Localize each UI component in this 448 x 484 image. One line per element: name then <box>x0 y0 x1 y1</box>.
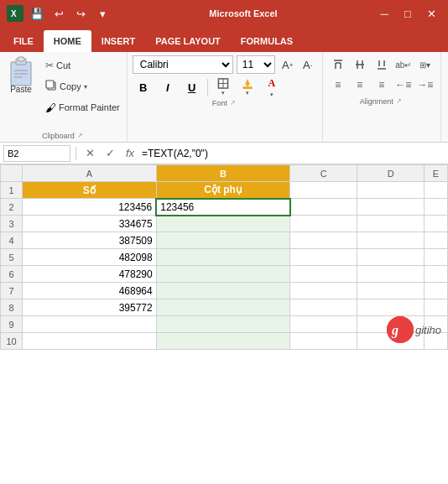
cell-A8[interactable]: 395772 <box>23 299 157 316</box>
redo-qat-button[interactable]: ↪ <box>70 4 91 23</box>
cell-D8[interactable] <box>357 299 425 316</box>
row-header-7[interactable]: 7 <box>1 283 23 299</box>
cell-B1[interactable]: Cột phụ <box>156 182 290 199</box>
row-header-4[interactable]: 4 <box>1 232 23 249</box>
tab-formulas[interactable]: FORMULAS <box>231 30 303 52</box>
alignment-launcher[interactable]: ↗ <box>395 97 404 106</box>
font-size-select[interactable]: 11 <box>237 55 275 74</box>
cell-A4[interactable]: 387509 <box>23 232 157 249</box>
cell-B4[interactable] <box>156 232 290 249</box>
save-qat-button[interactable]: 💾 <box>27 4 47 23</box>
cell-B9[interactable] <box>156 316 290 333</box>
underline-button[interactable]: U <box>181 77 203 97</box>
col-header-d[interactable]: D <box>357 165 425 182</box>
cell-E2[interactable] <box>425 199 448 216</box>
copy-button[interactable]: Copy ▾ <box>42 76 123 96</box>
tab-file[interactable]: FILE <box>3 30 44 52</box>
cell-A10[interactable] <box>23 333 157 350</box>
decrease-indent-button[interactable]: ←≡ <box>393 75 414 94</box>
cell-B10[interactable] <box>156 333 290 350</box>
tab-page-layout[interactable]: PAGE LAYOUT <box>145 30 231 52</box>
row-header-5[interactable]: 5 <box>1 249 23 266</box>
font-name-select[interactable]: Calibri <box>133 55 233 74</box>
cell-D1[interactable] <box>357 182 425 199</box>
cell-A5[interactable]: 482098 <box>23 249 157 266</box>
confirm-formula-button[interactable]: ✓ <box>102 145 118 162</box>
cell-B2[interactable]: 123456 <box>156 199 290 216</box>
cell-B6[interactable] <box>156 266 290 283</box>
tab-insert[interactable]: INSERT <box>91 30 145 52</box>
cell-D4[interactable] <box>357 232 425 249</box>
formula-input[interactable] <box>142 145 445 162</box>
align-middle-button[interactable] <box>350 55 370 74</box>
align-top-button[interactable] <box>328 55 348 74</box>
cell-D6[interactable] <box>357 266 425 283</box>
italic-button[interactable]: I <box>157 77 179 97</box>
tab-home[interactable]: HOME <box>44 30 91 52</box>
qat-dropdown-button[interactable]: ▾ <box>92 4 112 23</box>
col-header-b[interactable]: B <box>156 165 290 182</box>
col-header-e[interactable]: E <box>425 165 448 182</box>
align-left-button[interactable]: ≡ <box>328 75 348 94</box>
cell-B7[interactable] <box>156 283 290 299</box>
close-button[interactable]: ✕ <box>421 4 441 23</box>
bold-button[interactable]: B <box>133 77 154 97</box>
cell-D7[interactable] <box>357 283 425 299</box>
cell-A6[interactable]: 478290 <box>23 266 157 283</box>
cell-B3[interactable] <box>156 216 290 232</box>
wrap-text-button[interactable]: ab↵ <box>393 55 414 74</box>
paste-button[interactable]: Paste <box>3 55 39 130</box>
cell-D5[interactable] <box>357 249 425 266</box>
borders-button[interactable]: ▾ <box>212 77 234 97</box>
cell-C1[interactable] <box>290 182 357 199</box>
format-painter-button[interactable]: 🖌 Format Painter <box>42 97 123 117</box>
cell-A1[interactable]: Số <box>23 182 157 199</box>
font-launcher[interactable]: ↗ <box>229 99 237 107</box>
cell-C7[interactable] <box>290 283 357 299</box>
row-header-10[interactable]: 10 <box>1 333 23 350</box>
cell-A3[interactable]: 334675 <box>23 216 157 232</box>
cell-B8[interactable] <box>156 299 290 316</box>
insert-function-button[interactable]: fx <box>122 145 138 162</box>
cell-C4[interactable] <box>290 232 357 249</box>
cell-C6[interactable] <box>290 266 357 283</box>
minimize-button[interactable]: ─ <box>374 4 394 23</box>
cell-E4[interactable] <box>425 232 448 249</box>
cell-E5[interactable] <box>425 249 448 266</box>
cell-E3[interactable] <box>425 216 448 232</box>
cell-E7[interactable] <box>425 283 448 299</box>
name-box[interactable] <box>3 145 70 162</box>
clipboard-launcher[interactable]: ↗ <box>76 132 85 140</box>
cell-A7[interactable]: 468964 <box>23 283 157 299</box>
cell-B5[interactable] <box>156 249 290 266</box>
cell-A2[interactable]: 123456 <box>23 199 157 216</box>
font-size-increase-button[interactable]: A+ <box>279 55 297 74</box>
align-center-button[interactable]: ≡ <box>350 75 370 94</box>
cell-C5[interactable] <box>290 249 357 266</box>
increase-indent-button[interactable]: →≡ <box>415 75 435 94</box>
undo-qat-button[interactable]: ↩ <box>49 4 69 23</box>
cell-C9[interactable] <box>290 316 357 333</box>
row-header-3[interactable]: 3 <box>1 216 23 232</box>
row-header-9[interactable]: 9 <box>1 316 23 333</box>
cell-D3[interactable] <box>357 216 425 232</box>
font-size-decrease-button[interactable]: A- <box>299 55 317 74</box>
cell-E1[interactable] <box>425 182 448 199</box>
row-header-8[interactable]: 8 <box>1 299 23 316</box>
row-header-1[interactable]: 1 <box>1 182 23 199</box>
col-header-c[interactable]: C <box>290 165 357 182</box>
cell-C2[interactable] <box>290 199 357 216</box>
merge-center-button[interactable]: ⊞▾ <box>415 55 435 74</box>
cell-E8[interactable] <box>425 299 448 316</box>
cell-A9[interactable] <box>23 316 157 333</box>
align-right-button[interactable]: ≡ <box>372 75 392 94</box>
cancel-formula-button[interactable]: ✕ <box>81 145 98 162</box>
cell-C10[interactable] <box>290 333 357 350</box>
align-bottom-button[interactable] <box>372 55 392 74</box>
cut-button[interactable]: ✂ Cut <box>42 55 123 75</box>
cell-E6[interactable] <box>425 266 448 283</box>
cell-D2[interactable] <box>357 199 425 216</box>
row-header-6[interactable]: 6 <box>1 266 23 283</box>
fill-color-button[interactable]: ▾ <box>237 77 258 97</box>
row-header-2[interactable]: 2 <box>1 199 23 216</box>
